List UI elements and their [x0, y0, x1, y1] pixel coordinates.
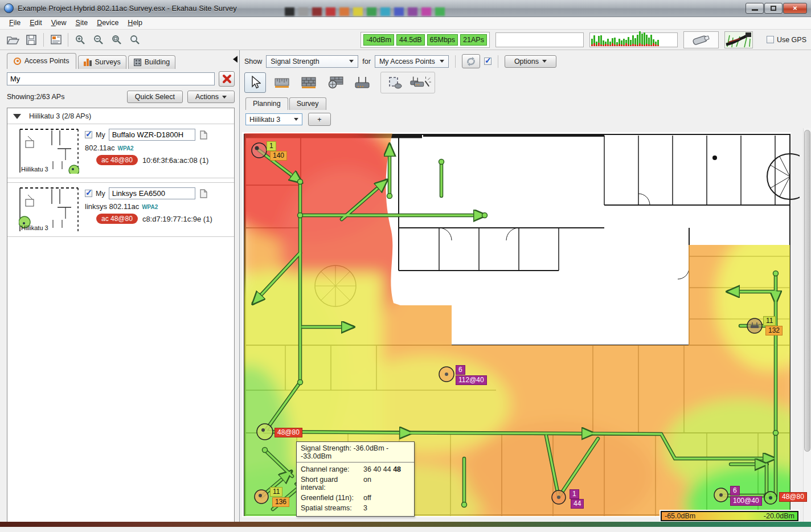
chevron-down-icon [542, 60, 547, 63]
selected-ap-channel-label[interactable]: 48@80 [779, 492, 807, 502]
menu-view[interactable]: View [47, 18, 71, 28]
actions-button[interactable]: Actions [187, 91, 235, 103]
wifi-adapter-button[interactable] [683, 31, 719, 48]
tab-planning-label: Planning [253, 100, 281, 108]
use-gps-toggle[interactable]: Use GPS [767, 36, 806, 44]
area-select-icon [388, 76, 403, 89]
router-icon [354, 76, 370, 89]
add-floor-button[interactable]: + [308, 113, 331, 126]
toolbar-separator [43, 33, 44, 47]
red-x-icon [222, 74, 232, 84]
ap-channel-label[interactable]: 1 [570, 489, 579, 499]
ap-enabled-checkbox[interactable] [85, 131, 92, 138]
ap-list-item[interactable]: Hiilikatu 3 My 802.11acWPA2 ac 48@80 [7, 124, 234, 178]
tab-surveys-label: Surveys [95, 58, 121, 66]
minimize-button[interactable] [746, 3, 764, 14]
ap-floor-thumbnail: Hiilikatu 3 [19, 128, 79, 174]
zoom-in-button[interactable] [72, 32, 89, 48]
chevron-down-icon [349, 60, 354, 63]
report-button[interactable] [47, 32, 64, 48]
scrollbar-thumb[interactable] [804, 130, 810, 452]
legend-min: -65.0dBm [665, 512, 695, 520]
actions-label: Actions [195, 93, 219, 101]
ap-enabled-checkbox[interactable] [85, 190, 92, 197]
refresh-button[interactable] [462, 54, 480, 68]
tab-surveys[interactable]: Surveys [78, 55, 126, 69]
select-tool-button[interactable] [244, 72, 266, 93]
ap-channel-label[interactable]: 11 [270, 487, 282, 497]
wall-pick-tool-button[interactable] [325, 72, 346, 93]
ap-standard: linksys 802.11ac [85, 202, 139, 211]
ap-channel-label[interactable]: 11 [763, 316, 776, 326]
add-ap-tool-button[interactable] [351, 72, 373, 93]
tab-survey[interactable]: Survey [289, 97, 326, 110]
ap-channel-label[interactable]: 6 [730, 486, 740, 496]
auto-planner-tool-button[interactable] [409, 72, 431, 93]
wall-tool-button[interactable] [298, 72, 320, 93]
ap-security: WPA2 [142, 204, 158, 210]
floor-group-header[interactable]: Hiilikatu 3 (2/8 APs) [7, 108, 234, 124]
use-gps-label: Use GPS [777, 36, 806, 44]
zoom-in-icon [75, 35, 85, 45]
zoom-fit-button[interactable] [108, 32, 125, 48]
copy-icon[interactable] [199, 130, 208, 140]
copy-icon[interactable] [199, 189, 208, 199]
clear-search-button[interactable] [219, 71, 235, 87]
measure-tool-button[interactable] [271, 72, 293, 93]
usb-cable-button[interactable] [724, 31, 753, 48]
ap-measurement-label[interactable]: 44 [571, 499, 584, 509]
ap-channel-label[interactable]: 6 [456, 365, 465, 375]
live-status-panel: -40dBm 44.5dB 65Mbps 21APs [361, 32, 490, 48]
ap-name-input[interactable] [109, 187, 195, 199]
tab-building[interactable]: Building [128, 55, 175, 69]
selected-ap-channel-label[interactable]: 48@80 [275, 428, 302, 437]
auto-refresh-checkbox[interactable] [484, 58, 491, 65]
map-vertical-scrollbar[interactable] [803, 128, 811, 527]
ap-measurement-label[interactable]: 132 [765, 326, 783, 335]
collapse-sidebar-icon[interactable] [233, 56, 237, 63]
options-button[interactable]: Options [505, 55, 556, 68]
ap-search-input[interactable] [7, 72, 215, 85]
menu-help[interactable]: Help [123, 18, 147, 28]
zoom-fit-icon [112, 35, 122, 45]
ap-security: WPA2 [118, 145, 134, 152]
chevron-down-icon [440, 60, 444, 63]
ap-channel-label[interactable]: 1 [267, 141, 276, 151]
menu-file[interactable]: File [5, 18, 25, 28]
tab-planning[interactable]: Planning [245, 97, 288, 110]
zoom-select-button[interactable] [126, 32, 144, 48]
ap-filter-select[interactable]: My Access Points [375, 55, 449, 68]
showing-count-text: Showing:2/63 APs [7, 93, 122, 101]
floor-select[interactable]: Hiilikatu 3 [245, 113, 302, 125]
close-button[interactable]: ✕ [783, 3, 807, 14]
tab-access-points[interactable]: Access Points [7, 53, 76, 69]
menu-site[interactable]: Site [71, 18, 93, 28]
menu-device[interactable]: Device [92, 18, 123, 28]
map-viewport[interactable]: 1 140 11 132 6 112@40 48@80 11 136 1 44 … [240, 128, 811, 527]
restore-button[interactable] [764, 3, 783, 14]
ap-list-item[interactable]: Hiilikatu 3 My linksys 802.11acWPA2 ac 4… [7, 182, 234, 237]
save-project-button[interactable] [23, 32, 40, 48]
menu-edit[interactable]: Edit [25, 18, 47, 28]
signal-legend: -65.0dBm -20.0dBm [660, 510, 800, 522]
ap-measurement-label[interactable]: 140 [270, 151, 287, 161]
main-panel: Show Signal Strength for My Access Point… [240, 50, 811, 527]
usb-cable-icon [725, 32, 752, 48]
use-gps-checkbox[interactable] [767, 36, 774, 43]
quick-select-button[interactable]: Quick Select [127, 91, 183, 103]
mode-tabs: Planning Survey [240, 97, 811, 110]
zoom-out-button[interactable] [90, 32, 107, 48]
expander-triangle-icon[interactable] [13, 114, 21, 119]
visualization-select[interactable]: Signal Strength [266, 55, 358, 68]
open-folder-icon [7, 35, 19, 45]
ap-measurement-label[interactable]: 112@40 [456, 375, 487, 385]
ap-measurement-label[interactable]: 100@40 [730, 496, 762, 506]
separator [455, 55, 456, 68]
legend-gradient-bar: -65.0dBm -20.0dBm [661, 511, 798, 521]
area-select-tool-button[interactable] [384, 72, 406, 93]
ap-measurement-label[interactable]: 136 [272, 497, 289, 507]
open-project-button[interactable] [5, 32, 22, 48]
quick-select-label: Quick Select [135, 93, 175, 101]
ap-name-input[interactable] [109, 129, 195, 141]
thumb-caption: Hiilikatu 3 [21, 166, 48, 173]
